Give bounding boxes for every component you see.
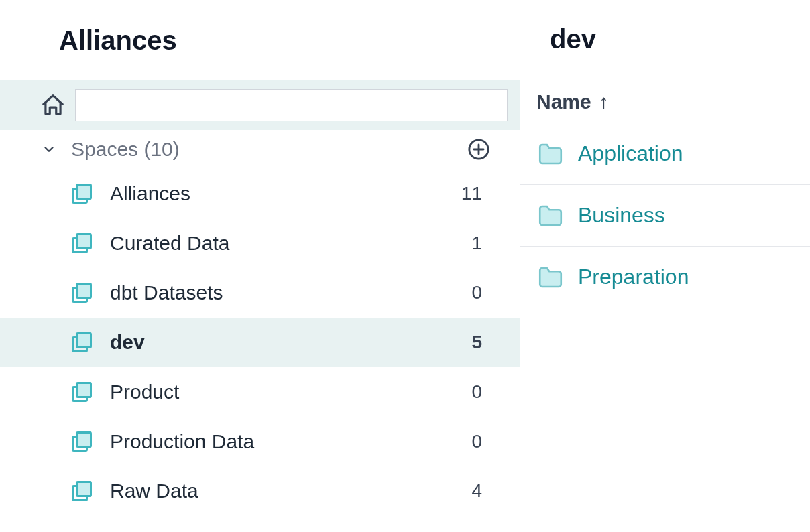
space-name: Alliances [110, 182, 455, 205]
home-icon [40, 92, 66, 118]
spaces-section-header[interactable]: Spaces (10) [0, 130, 520, 169]
space-icon [70, 330, 94, 354]
add-space-button[interactable] [467, 138, 490, 161]
folder-icon [536, 202, 565, 230]
folder-icon [536, 263, 565, 291]
space-icon [70, 429, 94, 454]
folder-icon [536, 140, 565, 168]
space-icon [70, 281, 94, 305]
svg-rect-14 [77, 433, 91, 447]
space-name: dbt Datasets [110, 281, 455, 304]
folder-list: ApplicationBusinessPreparation [520, 123, 810, 308]
main-panel: dev Name ↑ ApplicationBusinessPreparatio… [520, 0, 810, 532]
sidebar: Alliances Spaces (10) Alliances11Cu [0, 0, 520, 532]
space-count: 0 [455, 381, 482, 403]
space-count: 1 [455, 232, 482, 254]
folder-name: Preparation [578, 265, 689, 289]
space-count: 4 [455, 480, 482, 502]
svg-rect-4 [77, 185, 91, 199]
svg-rect-8 [77, 284, 91, 298]
folder-row[interactable]: Business [520, 185, 810, 247]
app-root: Alliances Spaces (10) Alliances11Cu [0, 0, 810, 532]
sidebar-title: Alliances [59, 25, 520, 56]
column-header-name[interactable]: Name ↑ [520, 81, 810, 123]
space-name: Product [110, 381, 455, 403]
spaces-section-label: Spaces (10) [71, 138, 467, 161]
home-input[interactable] [75, 89, 508, 121]
space-item[interactable]: Alliances11 [0, 169, 520, 218]
home-row[interactable] [0, 80, 520, 130]
sort-ascending-icon: ↑ [599, 91, 609, 113]
space-count: 0 [455, 282, 482, 304]
page-title: dev [520, 24, 810, 81]
space-count: 0 [455, 431, 482, 452]
space-count: 5 [455, 332, 482, 353]
folder-name: Application [578, 141, 683, 166]
column-header-label: Name [536, 90, 591, 113]
space-item[interactable]: Curated Data1 [0, 218, 520, 268]
space-name: Production Data [110, 430, 455, 453]
svg-rect-16 [77, 482, 91, 496]
folder-row[interactable]: Application [520, 123, 810, 185]
space-icon [70, 231, 94, 255]
svg-rect-10 [77, 334, 91, 348]
space-item[interactable]: Raw Data4 [0, 466, 520, 516]
svg-rect-6 [77, 235, 91, 249]
space-item[interactable]: Production Data0 [0, 417, 520, 466]
sidebar-header: Alliances [0, 0, 520, 68]
space-item[interactable]: dev5 [0, 318, 520, 367]
space-icon [70, 479, 94, 503]
space-count: 11 [455, 183, 482, 204]
folder-row[interactable]: Preparation [520, 247, 810, 308]
space-icon [70, 182, 94, 206]
space-item[interactable]: dbt Datasets0 [0, 268, 520, 318]
space-item[interactable]: Product0 [0, 367, 520, 417]
space-icon [70, 380, 94, 404]
plus-circle-icon [467, 138, 490, 161]
space-name: Raw Data [110, 480, 455, 503]
space-name: Curated Data [110, 232, 455, 255]
svg-rect-12 [77, 383, 91, 397]
space-list: Alliances11Curated Data1dbt Datasets0dev… [0, 169, 520, 516]
chevron-down-icon [42, 142, 56, 157]
folder-name: Business [578, 203, 665, 228]
space-name: dev [110, 331, 455, 354]
